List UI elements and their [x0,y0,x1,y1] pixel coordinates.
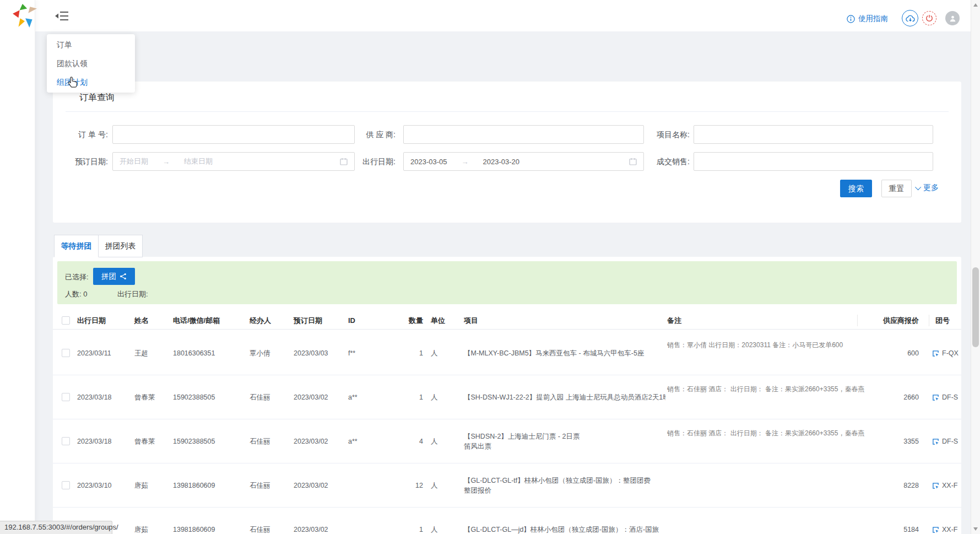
avatar[interactable] [945,11,960,25]
row-checkbox[interactable] [62,481,70,489]
range-arrow: → [163,158,170,166]
order-no-input[interactable] [112,125,355,144]
group-link-icon[interactable] [932,526,939,533]
menu-item-group-plan[interactable]: 组团计划 [47,73,135,91]
project-line1: 【M-MLXY-BC-JBM5】马来西亚包车 - 布城马六甲包车-5座 [464,348,665,358]
divider [66,111,949,112]
cell-unit: 人 [431,375,453,419]
cell-contact: 18016306351 [173,331,247,375]
column-separator [929,315,929,326]
top-bar [0,0,980,31]
group-no-text: DF-S [942,375,958,419]
cell-agent: 石佳丽 [250,463,293,508]
cell-qty: 12 [381,463,423,508]
scrollbar-thumb[interactable] [972,267,979,347]
group-link-icon[interactable] [932,350,939,357]
sales-input[interactable] [694,152,933,171]
column-separator [857,315,858,326]
power-icon [925,14,933,22]
page-scrollbar[interactable] [971,0,980,534]
menu-fold-icon[interactable] [55,10,68,21]
logout-button[interactable] [922,11,936,25]
people-count-label: 人数: 0 [65,289,87,299]
cell-id: a** [348,375,382,419]
cell-travel-date: 2023/03/18 [77,375,130,419]
row-checkbox[interactable] [62,437,70,445]
group-no-text: F-QX [942,331,959,375]
cell-remark [667,463,876,508]
project-line1: 【SHDSN-2】上海迪士尼门票 - 2日票 [464,431,665,441]
booking-end-placeholder: 结束日期 [184,157,213,166]
project-line1: 【GL-DLCT-GL—jd】桂林小包团（独立成团-国旅）：酒店-国旅 [464,525,665,534]
chevron-down-icon [915,184,921,190]
make-group-button[interactable]: 拼团 [93,268,135,285]
group-link-icon[interactable] [932,438,939,445]
col-remark: 备注 [667,311,681,330]
page-title: 订单查询 [79,92,115,104]
row-checkbox[interactable] [62,349,70,357]
cell-qty: 4 [381,419,423,463]
nav-dropdown: 订单 团款认领 组团计划 [47,34,135,93]
group-link-icon[interactable] [932,482,939,489]
col-project: 项目 [464,311,665,330]
info-icon [847,15,855,23]
booking-start-placeholder: 开始日期 [120,157,148,166]
project-line2: 笛风出票 [464,441,665,451]
travel-start-value: 2023-03-05 [410,158,447,166]
project-name-input[interactable] [694,125,933,144]
supplier-input[interactable] [403,125,644,144]
supplier-label: 供 应 商: [350,125,396,144]
col-price: 供应商报价 [864,311,919,330]
cell-project: 【GL-DLCT-GL—jd】桂林小包团（独立成团-国旅）：酒店-国旅 [464,508,665,534]
group-no-text: XX-F [942,463,957,508]
cell-project: 【GL-DLCT-GL-tf】桂林小包团（独立成团-国旅）：整团团费 整团报价 [464,463,665,508]
cloud-publish-button[interactable] [902,10,918,26]
link-status-bar: 192.168.7.55:3003/#/orders/groups/ [0,521,112,534]
cell-unit: 人 [431,419,453,463]
cloud-download-icon [906,14,915,23]
cell-project: 【SH-DSN-WJ1-22-2】提前入园 上海迪士尼玩具总动员酒店2天1晚 [464,375,665,419]
select-all-checkbox[interactable] [62,316,70,325]
table-row: 唐茹 13981860609 石佳丽 2023/03/02 1 人 【GL-DL… [53,508,961,534]
cell-booked-date: 2023/03/02 [294,375,346,419]
scroll-up-arrow[interactable] [973,3,978,7]
cell-price: 600 [864,331,919,375]
cell-name: 曾春莱 [134,375,170,419]
order-no-label: 订 单 号: [64,125,108,144]
cell-remark: 销售：石佳丽 酒店： 出行日期： 备注：果实派2660+3355，秦春燕 [667,419,876,463]
cell-name: 唐茹 [134,508,170,534]
more-link[interactable]: 更多 [917,183,939,193]
make-group-label: 拼团 [101,272,116,282]
scroll-down-arrow[interactable] [973,527,978,531]
calendar-icon [340,158,348,165]
travel-date-range[interactable]: 2023-03-05 → 2023-03-20 [403,152,644,171]
reset-button[interactable]: 重置 [881,180,912,197]
col-booked-date: 预订日期 [294,311,346,330]
cell-group-no: XX-F [932,463,961,508]
cell-remark: 销售：石佳丽 酒店： 出行日期： 备注：果实派2660+3355，秦春燕 [667,375,876,419]
search-button[interactable]: 搜索 [840,180,872,197]
booking-date-label: 预订日期: [64,152,108,171]
menu-item-orders[interactable]: 订单 [47,35,135,54]
cell-contact: 15902388505 [173,375,247,419]
cell-agent: 石佳丽 [250,375,293,419]
group-no-text: DF-S [942,419,958,463]
usage-guide-link[interactable]: 使用指南 [847,14,888,24]
tab-waiting-group[interactable]: 等待拼团 [54,235,99,257]
col-id: ID [348,311,382,330]
table-row: 2023/03/18 曾春莱 15902388505 石佳丽 2023/03/0… [53,375,961,419]
sales-label: 成交销售: [642,152,690,171]
booking-date-range[interactable]: 开始日期 → 结束日期 [112,152,355,171]
group-table-card: 已选择: 拼团 人数: 0 出行日期: 出行日期 姓名 电话/微信/邮箱 经办人… [53,257,961,534]
group-link-icon[interactable] [932,394,939,401]
table-row: 2023/03/18 曾春莱 15902388505 石佳丽 2023/03/0… [53,419,961,463]
app-logo [12,3,37,29]
tab-group-list[interactable]: 拼团列表 [98,235,143,257]
project-line2: 整团报价 [464,486,665,495]
cell-id: f** [348,331,382,375]
project-line1: 【SH-DSN-WJ1-22-2】提前入园 上海迪士尼玩具总动员酒店2天1晚 [464,392,665,402]
cell-qty: 1 [381,375,423,419]
row-checkbox[interactable] [62,393,70,401]
menu-item-payment-claim[interactable]: 团款认领 [47,54,135,73]
col-travel-date: 出行日期 [77,311,130,330]
